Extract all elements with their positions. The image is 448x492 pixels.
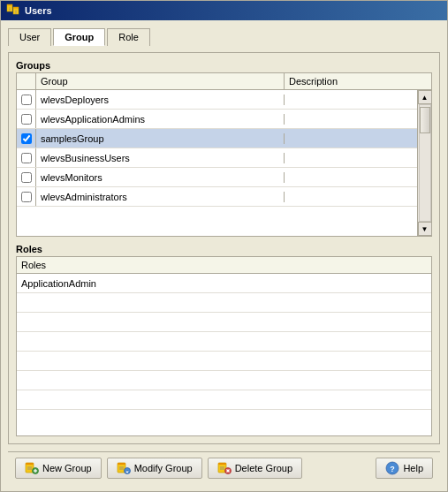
table-row: wlevsAdministrators bbox=[17, 187, 417, 207]
groups-section: Groups Group Description bbox=[16, 60, 432, 237]
help-button[interactable]: ? Help bbox=[376, 458, 433, 479]
scroll-header-spacer bbox=[417, 73, 431, 89]
list-item[interactable] bbox=[17, 390, 431, 410]
new-group-label: New Group bbox=[42, 463, 92, 473]
modify-group-label: Modify Group bbox=[134, 463, 193, 473]
svg-rect-1 bbox=[7, 4, 12, 6]
row-checkbox-3[interactable] bbox=[17, 148, 36, 167]
scroll-track[interactable] bbox=[419, 104, 431, 222]
row-checkbox-1[interactable] bbox=[17, 110, 36, 128]
row-group-2[interactable]: samplesGroup bbox=[36, 133, 285, 144]
roles-section: Roles Roles ApplicationAdmin bbox=[16, 244, 432, 436]
svg-point-16 bbox=[126, 470, 128, 472]
groups-table-header: Group Description bbox=[17, 73, 431, 90]
row-checkbox-2[interactable] bbox=[17, 129, 36, 148]
footer-buttons: New Group Modify Group bbox=[8, 451, 440, 484]
svg-rect-18 bbox=[218, 463, 226, 465]
table-row: samplesGroup bbox=[17, 129, 417, 148]
row-checkbox-5[interactable] bbox=[17, 187, 36, 206]
checkbox-3[interactable] bbox=[21, 153, 32, 163]
checkbox-0[interactable] bbox=[21, 95, 32, 105]
svg-rect-5 bbox=[26, 463, 34, 465]
table-row: wlevsDeployers bbox=[17, 90, 417, 110]
tab-content: Groups Group Description bbox=[8, 52, 440, 444]
roles-table: Roles ApplicationAdmin bbox=[16, 256, 432, 436]
desc-col-header: Description bbox=[285, 73, 417, 89]
checkbox-1[interactable] bbox=[21, 114, 32, 125]
groups-scrollbar[interactable]: ▲ ▼ bbox=[417, 90, 431, 236]
row-group-3[interactable]: wlevsBusinessUsers bbox=[36, 153, 285, 163]
users-window: Users User Group Role Groups Group Descr… bbox=[0, 0, 448, 492]
row-group-1[interactable]: wlevsApplicationAdmins bbox=[36, 114, 285, 125]
table-row: wlevsMonitors bbox=[17, 168, 417, 187]
title-bar: Users bbox=[1, 1, 447, 20]
scroll-thumb[interactable] bbox=[420, 107, 430, 133]
svg-text:?: ? bbox=[391, 465, 396, 473]
help-icon: ? bbox=[385, 461, 399, 475]
new-group-icon bbox=[25, 461, 39, 475]
row-checkbox-0[interactable] bbox=[17, 90, 36, 109]
delete-group-label: Delete Group bbox=[235, 463, 292, 473]
roles-table-header: Roles bbox=[17, 257, 431, 274]
checkbox-4[interactable] bbox=[21, 172, 32, 183]
delete-group-icon bbox=[217, 461, 232, 475]
row-group-4[interactable]: wlevsMonitors bbox=[36, 172, 285, 183]
scroll-up-btn[interactable]: ▲ bbox=[418, 90, 432, 104]
checkbox-5[interactable] bbox=[21, 192, 32, 202]
help-label: Help bbox=[403, 463, 423, 473]
row-group-5[interactable]: wlevsAdministrators bbox=[36, 192, 285, 202]
scroll-down-btn[interactable]: ▼ bbox=[418, 222, 432, 236]
list-item[interactable] bbox=[17, 352, 431, 371]
title-text: Users bbox=[25, 5, 52, 16]
checkbox-header bbox=[17, 73, 36, 89]
list-item[interactable] bbox=[17, 371, 431, 390]
group-col-header: Group bbox=[36, 73, 285, 89]
row-group-0[interactable]: wlevsDeployers bbox=[36, 95, 285, 105]
groups-table-body: wlevsDeployers wlevsApplicationAdmins bbox=[17, 90, 431, 236]
tab-user[interactable]: User bbox=[8, 28, 51, 46]
main-content: User Group Role Groups Group Description bbox=[1, 20, 447, 491]
users-icon bbox=[6, 4, 20, 18]
tab-group[interactable]: Group bbox=[53, 28, 105, 46]
groups-rows: wlevsDeployers wlevsApplicationAdmins bbox=[17, 90, 417, 236]
roles-label: Roles bbox=[16, 244, 432, 254]
modify-group-button[interactable]: Modify Group bbox=[107, 458, 202, 479]
list-item[interactable] bbox=[17, 332, 431, 352]
groups-label: Groups bbox=[16, 60, 432, 71]
roles-table-body: ApplicationAdmin bbox=[17, 274, 431, 435]
list-item[interactable]: ApplicationAdmin bbox=[17, 274, 431, 293]
list-item[interactable] bbox=[17, 293, 431, 313]
list-item[interactable] bbox=[17, 313, 431, 332]
modify-group-icon bbox=[117, 461, 131, 475]
delete-group-button[interactable]: Delete Group bbox=[208, 458, 302, 479]
checkbox-2[interactable] bbox=[21, 133, 32, 144]
table-row: wlevsBusinessUsers bbox=[17, 148, 417, 168]
tab-role[interactable]: Role bbox=[107, 28, 150, 46]
table-row: wlevsApplicationAdmins bbox=[17, 110, 417, 129]
svg-rect-3 bbox=[13, 7, 19, 9]
row-checkbox-4[interactable] bbox=[17, 168, 36, 186]
tab-bar: User Group Role bbox=[8, 27, 440, 45]
svg-rect-12 bbox=[118, 463, 125, 465]
groups-table: Group Description wlevsDeployers bbox=[16, 72, 432, 237]
new-group-button[interactable]: New Group bbox=[15, 458, 102, 479]
